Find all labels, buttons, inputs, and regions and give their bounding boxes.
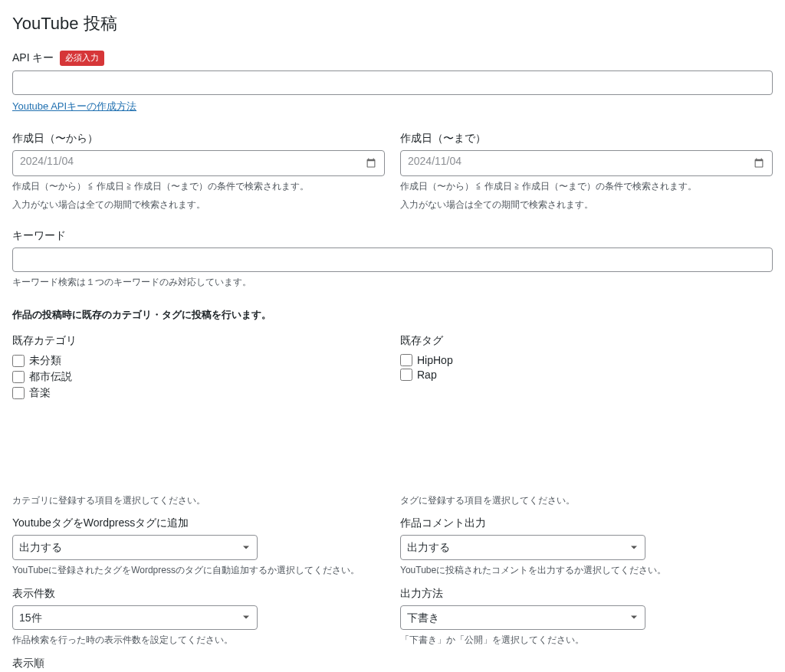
keyword-help: キーワード検索は１つのキーワードのみ対応しています。 (12, 275, 773, 290)
page-title: YouTube 投稿 (12, 12, 773, 35)
tag-item[interactable]: HipHop (400, 354, 773, 366)
category-label: 未分類 (29, 354, 61, 368)
category-label: 都市伝説 (29, 370, 72, 384)
date-to-input[interactable] (400, 150, 773, 176)
category-checkbox[interactable] (12, 387, 25, 399)
existing-tags-list: HipHop Rap (400, 354, 773, 381)
output-method-label: 出力方法 (400, 587, 773, 601)
comment-output-help: YouTubeに投稿されたコメントを出力するか選択してください。 (400, 563, 773, 578)
tag-checkbox[interactable] (400, 369, 412, 381)
display-count-select[interactable]: 15件 (12, 605, 258, 630)
api-key-help-link[interactable]: Youtube APIキーの作成方法 (12, 100, 136, 113)
comment-output-select[interactable]: 出力する (400, 535, 645, 559)
yt-tag-to-wp-label: YoutubeタグをWordpressタグに追加 (12, 516, 385, 530)
api-key-input[interactable] (12, 70, 773, 95)
existing-tags-label: 既存タグ (400, 334, 773, 348)
existing-categories-label: 既存カテゴリ (12, 334, 385, 348)
yt-tag-to-wp-help: YouTubeに登録されたタグをWordpressのタグに自動追加するか選択して… (12, 563, 385, 578)
category-checkbox[interactable] (12, 355, 25, 367)
display-count-label: 表示件数 (12, 587, 385, 601)
date-to-help1: 作成日（〜から） ≦ 作成日 ≧ 作成日（〜まで）の条件で検索されます。 (400, 179, 773, 194)
categories-help: カテゴリに登録する項目を選択してください。 (12, 494, 385, 507)
category-label: 音楽 (29, 386, 51, 400)
tag-item[interactable]: Rap (400, 369, 773, 381)
category-item[interactable]: 音楽 (12, 386, 385, 400)
category-item[interactable]: 都市伝説 (12, 370, 385, 384)
tag-checkbox[interactable] (400, 354, 412, 366)
comment-output-label: 作品コメント出力 (400, 516, 773, 530)
date-from-help1: 作成日（〜から） ≦ 作成日 ≧ 作成日（〜まで）の条件で検索されます。 (12, 179, 385, 194)
category-item[interactable]: 未分類 (12, 354, 385, 368)
output-method-select[interactable]: 下書き (400, 605, 645, 630)
date-from-label: 作成日（〜から） (12, 132, 385, 146)
tag-label: HipHop (417, 354, 453, 366)
keyword-label: キーワード (12, 229, 773, 243)
output-method-help: 「下書き」か「公開」を選択してください。 (400, 633, 773, 647)
api-key-label: API キー (12, 51, 54, 65)
keyword-input[interactable] (12, 247, 773, 272)
date-to-label: 作成日（〜まで） (400, 132, 773, 146)
section-note: 作品の投稿時に既存のカテゴリ・タグに投稿を行います。 (12, 308, 773, 322)
tag-label: Rap (417, 369, 437, 381)
yt-tag-to-wp-select[interactable]: 出力する (12, 535, 258, 559)
date-from-help2: 入力がない場合は全ての期間で検索されます。 (12, 198, 385, 212)
date-to-help2: 入力がない場合は全ての期間で検索されます。 (400, 198, 773, 212)
category-checkbox[interactable] (12, 371, 25, 383)
tags-help: タグに登録する項目を選択してください。 (400, 494, 773, 507)
required-badge: 必須入力 (60, 51, 104, 66)
display-count-help: 作品検索を行った時の表示件数を設定してください。 (12, 633, 385, 647)
date-from-input[interactable] (12, 150, 385, 176)
display-order-label: 表示順 (12, 657, 385, 670)
existing-categories-list: 未分類 都市伝説 音楽 (12, 354, 385, 400)
